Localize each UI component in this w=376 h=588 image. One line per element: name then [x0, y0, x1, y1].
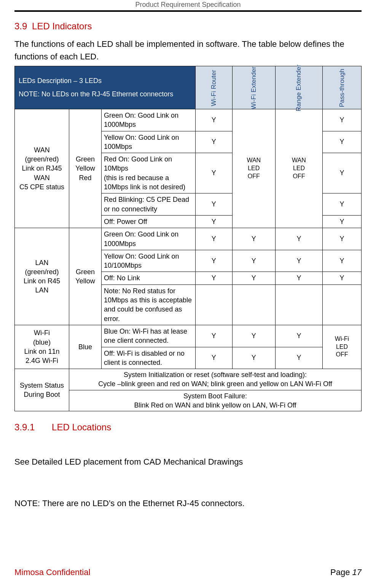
cell-y: Y [322, 131, 361, 153]
boot-row-2: System Boot Failure:Blink Red on WAN and… [69, 390, 362, 411]
mode-header-label: Wi-Fi Extender [250, 66, 258, 109]
cell-y: Y [322, 215, 361, 228]
footer-page-label: Page [330, 567, 352, 577]
cell-y: Y [322, 272, 361, 284]
cell-y: Y [322, 228, 361, 250]
table-header-main: LEDs Description – 3 LEDs NOTE: No LEDs … [15, 66, 196, 109]
cell-y: Y [196, 250, 232, 272]
subsection-heading: 3.9.1 LED Locations [14, 422, 362, 433]
footer-page: Page 17 [330, 567, 362, 577]
cell-y: Y [276, 347, 323, 369]
cell-y: Y [322, 153, 361, 193]
wifi-row-desc: Off: Wi-Fi is disabled or no client is c… [102, 347, 196, 369]
section-intro: The functions of each LED shall be imple… [14, 38, 362, 63]
cell-y: Y [196, 325, 232, 347]
cell-y: Y [196, 131, 232, 153]
wan-row-desc: Yellow On: Good Link on 100Mbps [102, 131, 196, 153]
cell-empty [322, 284, 361, 325]
cell-y: Y [322, 250, 361, 272]
cell-y: Y [232, 325, 275, 347]
cell-empty [232, 284, 275, 325]
lan-row-desc: Off: No Link [102, 272, 196, 284]
group-lan-colors: GreenYellow [69, 228, 102, 325]
cell-empty [276, 284, 323, 325]
mode-header-range-extender: Range Extender [276, 66, 323, 109]
wan-row-desc: Green On: Good Link on 1000Mbps [102, 109, 196, 131]
document-running-header: Product Requirement Specification [14, 0, 362, 10]
lan-row-desc: Yellow On: Good Link on 10/100Mbps [102, 250, 196, 272]
lan-row-desc: Green On: Good Link on 1000Mbps [102, 228, 196, 250]
cell-y: Y [196, 215, 232, 228]
group-lan-label: LAN(green/red)Link on R45LAN [15, 228, 69, 325]
cell-y: Y [196, 228, 232, 250]
footer-page-number: 17 [352, 567, 362, 577]
cell-y: Y [196, 109, 232, 131]
mode-header-pass-through: Pass-through [322, 66, 361, 109]
cell-y: Y [276, 228, 323, 250]
subsection-number: 3.9.1 [14, 422, 35, 432]
group-wifi-colors: Blue [69, 325, 102, 369]
cell-y: Y [196, 153, 232, 193]
lan-row-desc: Note: No Red status for 10Mbps as this i… [102, 284, 196, 325]
cell-empty [196, 284, 232, 325]
cell-y: Y [276, 325, 323, 347]
group-boot-label: System Status During Boot [15, 369, 69, 411]
led-table: LEDs Description – 3 LEDs NOTE: No LEDs … [14, 66, 362, 411]
cell-y: Y [232, 250, 275, 272]
cell-y: Y [196, 272, 232, 284]
mode-header-wifi-extender: Wi-Fi Extender [232, 66, 275, 109]
table-row: WAN(green/red)Link on RJ45WANC5 CPE stat… [15, 109, 362, 131]
table-row: System Status During Boot System Initial… [15, 369, 362, 390]
cell-y: Y [232, 272, 275, 284]
cell-y: Y [196, 193, 232, 216]
cell-y: Y [322, 109, 361, 131]
table-header-line1: LEDs Description – 3 LEDs [19, 77, 191, 85]
wifi-pass-span: Wi-FiLEDOFF [322, 325, 361, 369]
boot-row-1: System Initialization or reset (software… [69, 369, 362, 390]
section-heading: 3.9 LED Indicators [14, 21, 362, 32]
cell-y: Y [196, 347, 232, 369]
cell-y: Y [276, 250, 323, 272]
cell-y: Y [276, 272, 323, 284]
wan-row-desc: Off: Power Off [102, 215, 196, 228]
footer-confidential: Mimosa Confidential [14, 567, 90, 577]
mode-header-label: Wi-Fi Router [210, 70, 218, 106]
section-number: 3.9 [14, 21, 27, 31]
wifi-row-desc: Blue On: Wi-Fi has at lease one client c… [102, 325, 196, 347]
mode-header-wifi-router: Wi-Fi Router [196, 66, 232, 109]
wan-range-ext-span: WANLEDOFF [276, 109, 323, 228]
table-header-line2: NOTE: No LEDs on the RJ-45 Ethernet conn… [19, 90, 191, 98]
page-footer: Mimosa Confidential Page 17 [14, 567, 362, 577]
cell-y: Y [232, 228, 275, 250]
cell-y: Y [322, 193, 361, 216]
mode-header-label: Range Extender [295, 64, 303, 111]
group-wan-colors: GreenYellowRed [69, 109, 102, 228]
wan-row-desc: Red Blinking: C5 CPE Dead or no connecti… [102, 193, 196, 216]
group-wan-label: WAN(green/red)Link on RJ45WANC5 CPE stat… [15, 109, 69, 228]
table-row: LAN(green/red)Link on R45LAN GreenYellow… [15, 228, 362, 250]
cell-y: Y [232, 347, 275, 369]
section-title: LED Indicators [32, 21, 92, 31]
subsection-title: LED Locations [52, 422, 111, 432]
wan-row-desc: Red On: Good Link on 10Mbps(this is red … [102, 153, 196, 193]
wan-wifi-ext-span: WANLEDOFF [232, 109, 275, 228]
subsection-note: NOTE: There are no LED’s on the Ethernet… [14, 499, 362, 508]
mode-header-label: Pass-through [338, 69, 346, 107]
subsection-body: See Detailed LED placement from CAD Mech… [14, 455, 362, 468]
group-wifi-label: Wi-Fi(blue)Link on 11n2.4G Wi-Fi [15, 325, 69, 369]
table-row: Wi-Fi(blue)Link on 11n2.4G Wi-Fi Blue Bl… [15, 325, 362, 347]
header-rule [14, 10, 362, 12]
